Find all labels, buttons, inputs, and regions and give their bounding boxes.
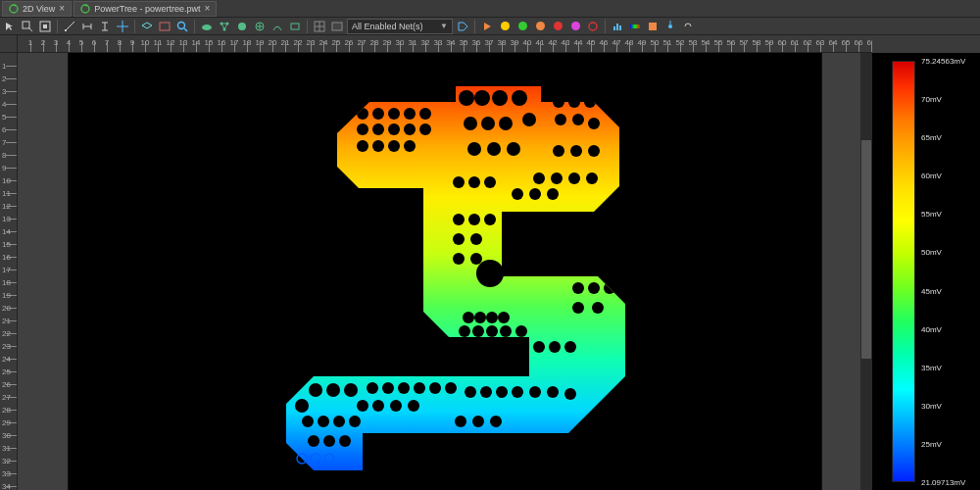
svg-point-126: [318, 416, 329, 427]
search-icon[interactable]: [174, 19, 190, 34]
legend-gradient: [892, 61, 915, 482]
net-color-icon[interactable]: [234, 19, 250, 34]
tab-2d-view[interactable]: 2D View ×: [2, 1, 72, 17]
svg-point-88: [463, 312, 474, 323]
svg-point-135: [453, 214, 465, 225]
svg-rect-27: [291, 24, 299, 29]
tag-icon[interactable]: [455, 19, 470, 34]
svg-point-61: [481, 117, 495, 130]
probe-icon[interactable]: [662, 19, 678, 34]
svg-line-3: [28, 27, 32, 31]
net-add-icon[interactable]: [252, 19, 268, 34]
dot-green-icon[interactable]: [514, 19, 530, 34]
cloud-icon[interactable]: [199, 19, 215, 34]
net-icon[interactable]: [217, 19, 232, 34]
nets-dropdown[interactable]: All Enabled Net(s) ▼: [347, 19, 453, 34]
display-mode-icon[interactable]: [329, 19, 345, 34]
svg-point-133: [323, 435, 335, 447]
chart-icon[interactable]: [610, 19, 625, 34]
net-alt-icon[interactable]: [270, 19, 285, 34]
dot-yellow-icon[interactable]: [497, 19, 513, 34]
color-legend: 75.24563mV70mV65mV60mV55mV50mV45mV40mV35…: [872, 53, 980, 490]
dimension-v-icon[interactable]: [97, 19, 113, 34]
chevron-down-icon: ▼: [440, 22, 448, 30]
svg-point-106: [398, 382, 410, 394]
svg-point-65: [487, 142, 501, 156]
svg-point-55: [404, 140, 416, 152]
svg-point-105: [382, 382, 394, 394]
svg-point-123: [344, 383, 358, 397]
svg-point-91: [498, 312, 510, 323]
svg-point-46: [419, 108, 431, 120]
vertical-scrollbar[interactable]: [860, 53, 872, 490]
link-icon[interactable]: [680, 19, 696, 34]
dot-orange-icon[interactable]: [532, 19, 548, 34]
refresh-icon: [9, 4, 19, 14]
svg-point-130: [472, 416, 484, 427]
ruler-corner: [0, 35, 18, 53]
svg-rect-16: [160, 23, 170, 30]
svg-point-94: [486, 325, 498, 337]
loop-icon[interactable]: [585, 19, 601, 34]
svg-point-92: [459, 325, 470, 337]
run-icon[interactable]: [479, 19, 495, 34]
canvas-area: [18, 53, 872, 490]
svg-point-131: [490, 416, 502, 427]
svg-point-43: [372, 108, 384, 120]
svg-point-117: [357, 400, 368, 412]
svg-point-81: [529, 188, 541, 200]
svg-point-58: [492, 90, 508, 106]
svg-point-52: [357, 140, 368, 152]
svg-point-90: [486, 312, 498, 323]
svg-point-122: [326, 383, 340, 397]
svg-rect-33: [613, 26, 615, 30]
nets-dropdown-label: All Enabled Net(s): [352, 22, 423, 31]
zoom-fit-icon[interactable]: [37, 19, 53, 34]
measure-tool-icon[interactable]: [62, 19, 77, 34]
cross-probe-icon[interactable]: [115, 19, 130, 34]
svg-point-66: [507, 142, 520, 156]
svg-point-119: [390, 400, 402, 412]
dot-red-icon[interactable]: [550, 19, 565, 34]
dimension-h-icon[interactable]: [79, 19, 95, 34]
svg-point-108: [429, 382, 441, 394]
svg-point-129: [455, 416, 466, 427]
svg-point-64: [467, 142, 481, 156]
close-icon[interactable]: ×: [204, 3, 210, 14]
svg-point-98: [482, 341, 494, 353]
toggle-a-icon[interactable]: [157, 19, 172, 34]
svg-point-137: [484, 214, 496, 225]
svg-point-76: [533, 172, 545, 184]
grid-icon[interactable]: [312, 19, 327, 34]
svg-point-69: [584, 96, 596, 108]
main-toolbar: All Enabled Net(s) ▼: [0, 18, 980, 35]
net-edit-icon[interactable]: [287, 19, 303, 34]
layer-tool-icon[interactable]: [139, 19, 155, 34]
svg-point-67: [553, 96, 564, 108]
svg-point-124: [295, 399, 309, 413]
tab-bar: 2D View × PowerTree - powertree.pwt ×: [0, 0, 980, 18]
svg-point-83: [572, 282, 584, 294]
zoom-window-icon[interactable]: [20, 19, 35, 34]
svg-point-141: [470, 253, 482, 265]
svg-point-143: [468, 176, 480, 188]
svg-rect-5: [43, 24, 47, 28]
tab-powertree[interactable]: PowerTree - powertree.pwt ×: [74, 1, 217, 17]
svg-point-63: [522, 113, 536, 126]
heat-icon[interactable]: [645, 19, 661, 34]
spectrum-icon[interactable]: [627, 19, 643, 34]
svg-point-80: [512, 188, 523, 200]
svg-point-114: [529, 386, 541, 398]
refresh-icon: [80, 4, 90, 14]
svg-point-93: [472, 325, 484, 337]
svg-point-47: [357, 123, 368, 135]
svg-point-68: [568, 96, 580, 108]
close-icon[interactable]: ×: [59, 3, 65, 14]
svg-point-84: [588, 282, 600, 294]
svg-point-0: [10, 5, 18, 13]
design-canvas[interactable]: [68, 53, 822, 490]
dot-magenta-icon[interactable]: [567, 19, 583, 34]
svg-point-109: [445, 382, 457, 394]
svg-point-127: [333, 416, 345, 427]
select-tool-icon[interactable]: [2, 19, 18, 34]
